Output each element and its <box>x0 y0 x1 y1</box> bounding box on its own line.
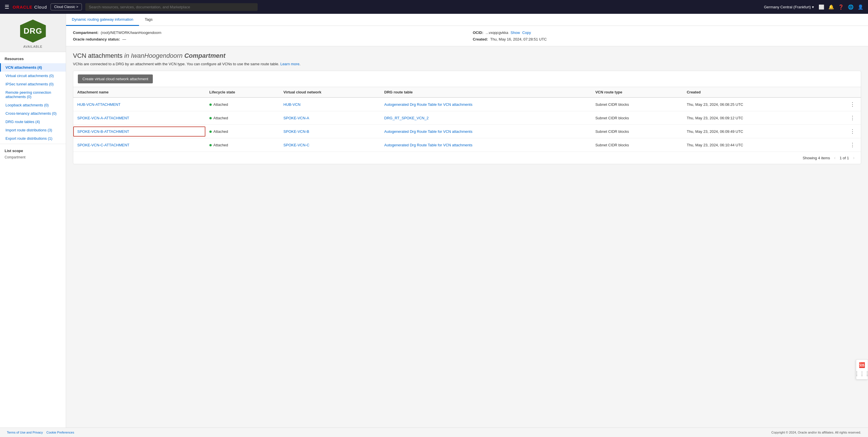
compartment-label: Compartment: <box>73 30 98 35</box>
vcn-link[interactable]: SPOKE-VCN-A <box>283 116 309 120</box>
row-actions-menu-button[interactable]: ⋮ <box>848 128 857 135</box>
row-actions-menu-button[interactable]: ⋮ <box>848 114 857 122</box>
ocid-row: OCID: ...vxqqcgvkka Show Copy <box>473 30 861 35</box>
globe-icon[interactable]: 🌐 <box>848 4 854 10</box>
search-input[interactable] <box>85 3 258 11</box>
redundancy-value: — <box>122 37 126 41</box>
attachment-name-link[interactable]: HUB-VCN-ATTACHMENT <box>77 103 120 107</box>
status-dot-icon <box>209 104 212 106</box>
drg-route-link[interactable]: DRG_RT_SPOKE_VCN_2 <box>384 116 429 120</box>
compartment-row: Compartment: (root)/NETWORK/IwanHoogendo… <box>73 30 461 35</box>
table-row: SPOKE-VCN-A-ATTACHMENTAttachedSPOKE-VCN-… <box>73 111 861 125</box>
region-selector[interactable]: Germany Central (Frankfurt) ▾ <box>764 5 814 9</box>
drg-status: AVAILABLE <box>23 45 42 48</box>
sidebar: DRG AVAILABLE Resources VCN attachments … <box>0 14 66 437</box>
sidebar-item[interactable]: VCN attachments (4) <box>0 63 66 71</box>
compartment-label: Compartment <box>0 154 66 161</box>
vcn-link[interactable]: SPOKE-VCN-C <box>283 143 309 147</box>
table-row: HUB-VCN-ATTACHMENTAttachedHUB-VCNAutogen… <box>73 97 861 111</box>
oracle-text: ORACLE <box>13 5 32 9</box>
ocid-copy-link[interactable]: Copy <box>522 30 531 35</box>
nav-right-section: Germany Central (Frankfurt) ▾ ⬜ 🔔 ❓ 🌐 👤 <box>764 4 863 10</box>
sidebar-item[interactable]: DRG route tables (4) <box>0 118 66 126</box>
vcn-title-prefix: VCN attachments <box>73 52 122 59</box>
attachment-name-link[interactable]: SPOKE-VCN-C-ATTACHMENT <box>77 143 129 147</box>
info-card: Dynamic routing gateway informationTags … <box>66 14 868 46</box>
info-tab[interactable]: Dynamic routing gateway information <box>66 14 139 26</box>
table-column-header: Attachment name <box>73 87 205 98</box>
console-icon[interactable]: ⬜ <box>818 4 824 10</box>
created-date-cell: Thu, May 23, 2024, 06:09:49 UTC <box>683 125 824 138</box>
learn-more-link[interactable]: Learn more <box>280 62 299 66</box>
top-navigation: ☰ ORACLE Cloud Cloud Classic > Germany C… <box>0 0 868 14</box>
oracle-logo: ORACLE Cloud <box>13 5 47 9</box>
hamburger-menu[interactable]: ☰ <box>5 4 9 10</box>
status-dot-icon <box>209 144 212 146</box>
footer-right: Copyright © 2024, Oracle and/or its affi… <box>772 431 861 434</box>
chat-widget-icon[interactable]: ⋮⋮⋮ <box>854 371 868 377</box>
lifecycle-state-cell: Attached <box>205 138 279 152</box>
sidebar-item[interactable]: Remote peering connection attachments (0… <box>0 88 66 101</box>
created-value: Thu, May 16, 2024, 07:28:51 UTC <box>490 37 547 41</box>
vcn-attachments-table: Attachment nameLifecycle stateVirtual cl… <box>73 87 861 151</box>
region-label: Germany Central (Frankfurt) <box>764 5 811 9</box>
vcn-table-wrapper: Create virtual cloud network attachment … <box>73 71 861 164</box>
status-dot-icon <box>209 117 212 119</box>
sidebar-item[interactable]: IPSec tunnel attachments (0) <box>0 80 66 88</box>
drg-route-link[interactable]: Autogenerated Drg Route Table for VCN at… <box>384 103 472 107</box>
sidebar-item[interactable]: Virtual circuit attachments (0) <box>0 71 66 80</box>
table-footer: Showing 4 items ‹ 1 of 1 › <box>73 151 861 164</box>
vcn-link[interactable]: SPOKE-VCN-B <box>283 129 309 134</box>
sidebar-item[interactable]: Loopback attachments (0) <box>0 101 66 109</box>
resources-title: Resources <box>0 52 66 63</box>
drg-route-link[interactable]: Autogenerated Drg Route Table for VCN at… <box>384 143 472 147</box>
info-tab[interactable]: Tags <box>139 14 158 26</box>
redundancy-label: Oracle redundancy status: <box>73 37 120 41</box>
created-date-cell: Thu, May 23, 2024, 06:08:25 UTC <box>683 97 824 111</box>
row-actions-menu-button[interactable]: ⋮ <box>848 100 857 108</box>
cookies-link[interactable]: Cookie Preferences <box>46 431 74 434</box>
table-column-header: DRG route table <box>380 87 591 98</box>
region-chevron: ▾ <box>812 5 814 9</box>
vcn-description: VCNs are connected to a DRG by an attach… <box>73 62 861 66</box>
help-widget: 🆘 ⋮⋮⋮ <box>856 359 868 379</box>
sidebar-item[interactable]: Export route distributions (1) <box>0 134 66 143</box>
status-dot-icon <box>209 130 212 133</box>
attachment-name-link[interactable]: SPOKE-VCN-B-ATTACHMENT <box>77 129 129 134</box>
cloud-classic-button[interactable]: Cloud Classic > <box>51 3 82 10</box>
bell-icon[interactable]: 🔔 <box>828 4 834 10</box>
user-icon[interactable]: 👤 <box>858 4 863 10</box>
sidebar-items: VCN attachments (4)Virtual circuit attac… <box>0 63 66 143</box>
page-footer: Terms of Use and Privacy Cookie Preferen… <box>0 428 868 437</box>
next-page-button[interactable]: › <box>851 155 856 161</box>
table-row: SPOKE-VCN-B-ATTACHMENTAttachedSPOKE-VCN-… <box>73 125 861 138</box>
ocid-label: OCID: <box>473 30 484 35</box>
sidebar-item[interactable]: Cross-tenancy attachments (0) <box>0 109 66 118</box>
help-icon[interactable]: ❓ <box>838 4 844 10</box>
drg-logo-area: DRG AVAILABLE <box>0 14 66 52</box>
row-actions-menu-button[interactable]: ⋮ <box>848 141 857 149</box>
create-vcn-attachment-button[interactable]: Create virtual cloud network attachment <box>78 75 153 83</box>
table-body: HUB-VCN-ATTACHMENTAttachedHUB-VCNAutogen… <box>73 97 861 151</box>
drg-route-link[interactable]: Autogenerated Drg Route Table for VCN at… <box>384 129 472 134</box>
table-column-header: Lifecycle state <box>205 87 279 98</box>
showing-items: Showing 4 items <box>803 156 830 160</box>
vcn-link[interactable]: HUB-VCN <box>283 103 301 107</box>
info-body: Compartment: (root)/NETWORK/IwanHoogendo… <box>66 26 868 46</box>
app-body: DRG AVAILABLE Resources VCN attachments … <box>0 14 868 437</box>
sidebar-item[interactable]: Import route distributions (3) <box>0 126 66 134</box>
created-row: Created: Thu, May 16, 2024, 07:28:51 UTC <box>473 37 861 41</box>
prev-page-button[interactable]: ‹ <box>832 155 837 161</box>
table-column-header: Virtual cloud network <box>279 87 380 98</box>
list-scope-title: List scope <box>0 145 66 154</box>
table-column-header: Created <box>683 87 824 98</box>
attachment-name-link[interactable]: SPOKE-VCN-A-ATTACHMENT <box>77 116 129 120</box>
terms-link[interactable]: Terms of Use and Privacy <box>7 431 43 434</box>
created-label: Created: <box>473 37 488 41</box>
compartment-value: (root)/NETWORK/IwanHoogendoorn <box>101 30 161 35</box>
lifecycle-state-cell: Attached <box>205 125 279 138</box>
help-widget-icon[interactable]: 🆘 <box>859 362 865 368</box>
vcn-title-compartment: Compartment <box>184 52 225 59</box>
vcn-route-type-cell: Subnet CIDR blocks <box>591 97 683 111</box>
ocid-show-link[interactable]: Show <box>511 30 520 35</box>
